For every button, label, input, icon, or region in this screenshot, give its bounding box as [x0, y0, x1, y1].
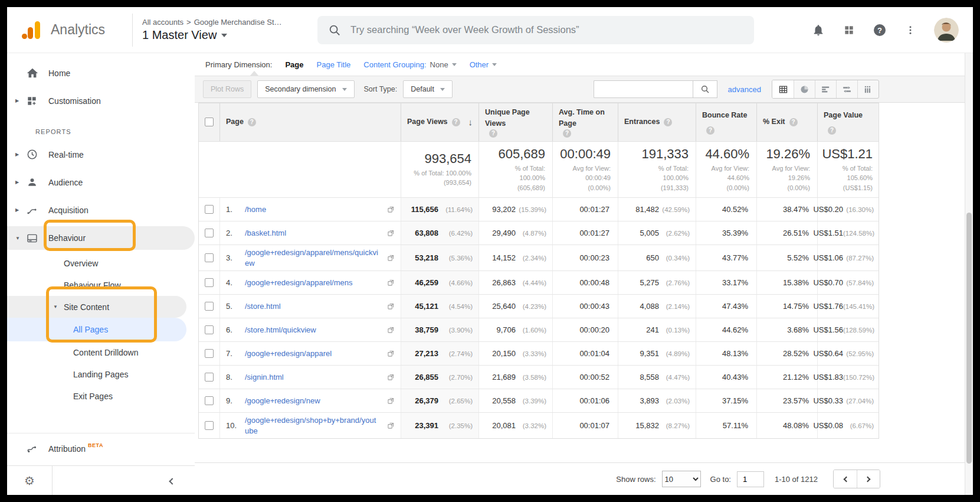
sidebar-item-real-time[interactable]: ▶ Real-time: [7, 141, 195, 168]
select-all-checkbox[interactable]: [205, 118, 214, 126]
sidebar-item-attribution[interactable]: Attribution BETA: [7, 433, 195, 464]
bounce-rate-value: 35.39%: [722, 229, 748, 237]
help-icon[interactable]: ?: [873, 23, 887, 37]
comparison-view-button[interactable]: [836, 80, 857, 98]
secondary-dimension-dropdown[interactable]: Secondary dimension: [257, 80, 354, 98]
help-badge-icon[interactable]: ?: [706, 126, 714, 135]
page-link[interactable]: /google+redesign/new: [245, 396, 320, 406]
help-badge-icon[interactable]: ?: [489, 129, 497, 138]
apps-grid-icon[interactable]: [842, 23, 856, 37]
sort-desc-arrow-icon[interactable]: ↓: [468, 116, 473, 129]
help-badge-icon[interactable]: ?: [248, 118, 256, 126]
row-checkbox[interactable]: [205, 302, 214, 311]
open-in-new-icon[interactable]: [387, 302, 395, 310]
sidebar-item-site-content[interactable]: ▼ Site Content: [7, 296, 186, 318]
show-rows-select[interactable]: 10: [662, 471, 701, 487]
table-search-input[interactable]: [594, 80, 693, 98]
row-checkbox[interactable]: [205, 421, 214, 430]
sidebar-item-content-drilldown[interactable]: Content Drilldown: [7, 341, 195, 363]
table-view-button[interactable]: [772, 80, 794, 98]
help-badge-icon[interactable]: ?: [828, 126, 836, 135]
page-link[interactable]: /store.html/quickview: [245, 325, 316, 335]
open-in-new-icon[interactable]: [387, 229, 395, 237]
row-checkbox[interactable]: [205, 349, 214, 358]
page-link[interactable]: /basket.html: [245, 228, 286, 239]
breadcrumb-property[interactable]: Google Merchandise St…: [194, 18, 282, 27]
sidebar-item-customisation[interactable]: ▶ Customisation: [7, 87, 195, 115]
bounce-rate-value: 40.52%: [722, 205, 748, 214]
dimension-tab-page[interactable]: Page: [285, 60, 303, 69]
sidebar-item-exit-pages[interactable]: Exit Pages: [7, 385, 195, 407]
vertical-scrollbar[interactable]: [965, 53, 973, 495]
person-icon: [26, 176, 39, 188]
open-in-new-icon[interactable]: [387, 326, 395, 334]
next-page-button[interactable]: [857, 470, 880, 488]
row-checkbox[interactable]: [205, 229, 214, 237]
breadcrumb-all-accounts[interactable]: All accounts: [142, 18, 183, 27]
settings-gear-icon[interactable]: ⚙: [7, 474, 52, 488]
page-link[interactable]: /google+redesign/shop+by+brand/youtube: [245, 415, 379, 436]
help-badge-icon[interactable]: ?: [664, 118, 672, 126]
exit-rate-value: 14.75%: [783, 302, 809, 311]
sidebar-item-home[interactable]: Home: [7, 59, 195, 87]
row-checkbox[interactable]: [205, 253, 214, 262]
page-link[interactable]: /home: [245, 204, 266, 215]
open-in-new-icon[interactable]: [387, 206, 395, 213]
other-dimension-dropdown[interactable]: Other: [470, 60, 497, 69]
plot-rows-button[interactable]: Plot Rows: [203, 80, 251, 98]
row-checkbox[interactable]: [205, 325, 214, 334]
help-badge-icon[interactable]: ?: [563, 129, 571, 138]
unique-views-value: 26,863: [492, 278, 516, 287]
sidebar-item-all-pages[interactable]: All Pages: [7, 318, 186, 341]
open-in-new-icon[interactable]: [387, 254, 395, 262]
page-link[interactable]: /google+redesign/apparel: [245, 348, 332, 359]
table-body: 1. /home 115,656(11.64%) 93,202(15.39%) …: [199, 197, 879, 438]
global-search-input[interactable]: [349, 24, 743, 36]
open-in-new-icon[interactable]: [387, 422, 395, 429]
help-badge-icon[interactable]: ?: [789, 118, 798, 126]
row-checkbox[interactable]: [205, 396, 214, 405]
help-badge-icon[interactable]: ?: [452, 118, 460, 126]
open-in-new-icon[interactable]: [387, 373, 395, 381]
global-search[interactable]: [317, 16, 754, 44]
pivot-view-button[interactable]: [857, 80, 879, 98]
sidebar-item-acquisition[interactable]: ▶ Acquisition: [7, 196, 195, 224]
page-link[interactable]: /google+redesign/apparel/mens/quickview: [245, 247, 379, 268]
sidebar-item-landing-pages[interactable]: Landing Pages: [7, 363, 195, 385]
sort-type-dropdown[interactable]: Default: [403, 80, 453, 98]
sidebar-item-behaviour[interactable]: ▼ Behaviour: [7, 226, 195, 250]
row-checkbox[interactable]: [205, 278, 214, 287]
user-avatar[interactable]: [934, 18, 959, 43]
content-grouping-dropdown[interactable]: Content Grouping: None: [363, 60, 456, 69]
page-views-value: 46,259: [415, 278, 438, 287]
previous-page-button[interactable]: [834, 470, 857, 488]
advanced-search-link[interactable]: advanced: [728, 85, 761, 94]
app-header: Analytics All accounts>Google Merchandis…: [7, 7, 973, 53]
open-in-new-icon[interactable]: [387, 397, 395, 405]
page-link[interactable]: /store.html: [245, 301, 281, 312]
analytics-logo[interactable]: Analytics: [7, 18, 132, 43]
page-value-value: US$0.08: [813, 421, 843, 430]
open-in-new-icon[interactable]: [387, 279, 395, 286]
table-search-button[interactable]: [693, 80, 717, 98]
collapse-sidebar-button[interactable]: [170, 475, 175, 486]
sidebar-item-behaviour-flow[interactable]: Behaviour Flow: [7, 274, 195, 296]
open-in-new-icon[interactable]: [387, 350, 395, 357]
view-selector[interactable]: 1 Master View: [142, 28, 309, 42]
performance-view-button[interactable]: [815, 80, 836, 98]
more-vertical-icon[interactable]: [903, 23, 917, 37]
svg-text:?: ?: [877, 25, 882, 34]
scrollbar-thumb[interactable]: [966, 213, 972, 464]
percentage-view-button[interactable]: [794, 80, 815, 98]
notifications-bell-icon[interactable]: [811, 23, 825, 37]
page-link[interactable]: /google+redesign/apparel/mens: [245, 278, 353, 288]
bounce-rate-value: 57.11%: [723, 421, 748, 430]
dimension-tab-page-title[interactable]: Page Title: [317, 60, 351, 69]
sidebar-item-audience[interactable]: ▶ Audience: [7, 168, 195, 196]
row-checkbox[interactable]: [205, 373, 214, 382]
avg-time-value: 00:01:27: [579, 229, 609, 237]
sidebar-item-overview[interactable]: Overview: [7, 252, 195, 274]
page-link[interactable]: /signin.html: [245, 372, 284, 383]
row-checkbox[interactable]: [205, 205, 214, 214]
goto-page-input[interactable]: [737, 471, 764, 487]
